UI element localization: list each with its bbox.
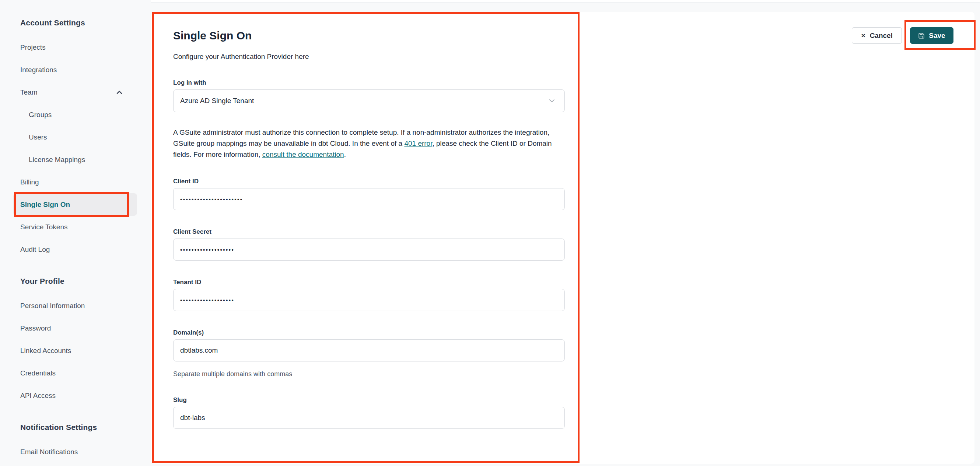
sidebar-section: Notification Settings Email Notification… [0, 422, 151, 463]
client-id-input[interactable]: •••••••••••••••••••••• [173, 188, 565, 210]
sidebar-items: Email Notifications [0, 441, 151, 463]
sidebar-item-email-notifications[interactable]: Email Notifications [0, 441, 151, 463]
sidebar-item-label: Email Notifications [20, 448, 78, 456]
field-value: ••••••••••••••••••• [180, 247, 234, 253]
field-value: •••••••••••••••••••••• [180, 196, 243, 203]
link-consult-documentation[interactable]: consult the documentation [262, 151, 344, 158]
field-group-slug: Slug dbt-labs [173, 396, 565, 429]
field-group-client-secret: Client Secret ••••••••••••••••••• [173, 228, 565, 261]
field-list: Client ID •••••••••••••••••••••• Client … [173, 178, 565, 429]
content-card: Single Sign On Configure your Authentica… [151, 12, 974, 464]
sidebar-item-label: Single Sign On [20, 201, 70, 209]
sidebar-item-label: Integrations [20, 66, 57, 74]
notice-text: . [344, 151, 346, 158]
field-group-client-id: Client ID •••••••••••••••••••••• [173, 178, 565, 210]
sidebar-item-service-tokens[interactable]: Service Tokens [0, 216, 151, 238]
field-label: Client ID [173, 178, 565, 185]
sso-form: Single Sign On Configure your Authentica… [173, 29, 565, 447]
sidebar-section-heading: Notification Settings [0, 422, 151, 433]
top-bar-remnant [147, 0, 980, 3]
link-401-error[interactable]: 401 error [404, 139, 432, 147]
sidebar-item-license-mappings[interactable]: License Mappings [0, 148, 151, 171]
domain-s-input[interactable]: dbtlabs.com [173, 339, 565, 361]
sidebar-item-password[interactable]: Password [0, 317, 151, 339]
sidebar-item-integrations[interactable]: Integrations [0, 59, 151, 81]
chevron-down-icon [547, 97, 556, 105]
close-icon: ✕ [861, 33, 866, 38]
field-group-tenant-id: Tenant ID ••••••••••••••••••• [173, 278, 565, 311]
save-button-label: Save [929, 32, 945, 40]
sidebar-item-label: Service Tokens [20, 223, 68, 231]
sidebar-item-api-access[interactable]: API Access [0, 384, 151, 407]
sidebar-item-credentials[interactable]: Credentials [0, 362, 151, 384]
field-group-domain-s: Domain(s) dbtlabs.com Separate multiple … [173, 329, 565, 379]
page-title: Single Sign On [173, 29, 565, 43]
sidebar-item-label: Groups [29, 111, 52, 119]
cancel-button-label: Cancel [870, 32, 892, 40]
sidebar-item-label: Password [20, 324, 51, 332]
sidebar-section-heading: Account Settings [0, 17, 151, 29]
sidebar-item-single-sign-on[interactable]: Single Sign On [13, 193, 137, 216]
sidebar-item-projects[interactable]: Projects [0, 36, 151, 59]
client-secret-input[interactable]: ••••••••••••••••••• [173, 239, 565, 261]
field-value: ••••••••••••••••••• [180, 297, 234, 303]
sidebar-item-label: Projects [20, 43, 46, 52]
cancel-button[interactable]: ✕ Cancel [852, 27, 902, 44]
sidebar-section-heading: Your Profile [0, 275, 151, 287]
sidebar-items: Personal Information Password Linked Acc… [0, 295, 151, 407]
sidebar-item-audit-log[interactable]: Audit Log [0, 238, 151, 261]
sidebar-item-personal-information[interactable]: Personal Information [0, 295, 151, 317]
sidebar-item-label: Personal Information [20, 302, 85, 310]
field-value: dbtlabs.com [180, 346, 218, 355]
sidebar-item-groups[interactable]: Groups [0, 103, 151, 126]
sidebar-item-label: Billing [20, 178, 39, 186]
field-helper: Separate multiple domains with commas [173, 369, 565, 379]
sidebar-item-label: Team [20, 88, 37, 97]
gsuite-notice: A GSuite administrator must authorize th… [173, 127, 565, 160]
field-label: Tenant ID [173, 278, 565, 286]
sidebar-item-label: Credentials [20, 369, 56, 377]
sidebar-item-linked-accounts[interactable]: Linked Accounts [0, 339, 151, 362]
sidebar-items: Projects Integrations Team Groups Users … [0, 36, 151, 261]
sidebar-item-label: Audit Log [20, 246, 50, 254]
chevron-up-icon [115, 88, 124, 97]
field-label: Domain(s) [173, 329, 565, 337]
login-with-selected-value: Azure AD Single Tenant [180, 97, 254, 105]
sidebar-item-label: Users [29, 133, 47, 141]
field-label: Slug [173, 396, 565, 404]
sidebar-section: Your Profile Personal Information Passwo… [0, 275, 151, 407]
login-with-label: Log in with [173, 79, 565, 87]
sidebar-section: Account Settings Projects Integrations T… [0, 17, 151, 261]
field-value: dbt-labs [180, 414, 205, 422]
save-button[interactable]: Save [910, 27, 953, 44]
sidebar-item-users[interactable]: Users [0, 126, 151, 148]
sidebar: Account Settings Projects Integrations T… [0, 0, 151, 466]
slug-input[interactable]: dbt-labs [173, 407, 565, 429]
sidebar-item-label: Linked Accounts [20, 347, 71, 355]
login-with-select[interactable]: Azure AD Single Tenant [173, 89, 565, 112]
sidebar-item-label: API Access [20, 392, 56, 400]
tenant-id-input[interactable]: ••••••••••••••••••• [173, 289, 565, 311]
sidebar-item-label: License Mappings [29, 156, 85, 164]
sidebar-item-team[interactable]: Team [0, 81, 151, 103]
field-label: Client Secret [173, 228, 565, 236]
floppy-disk-icon [918, 32, 925, 39]
page-subtitle: Configure your Authentication Provider h… [173, 52, 565, 61]
sidebar-item-billing[interactable]: Billing [0, 171, 151, 193]
